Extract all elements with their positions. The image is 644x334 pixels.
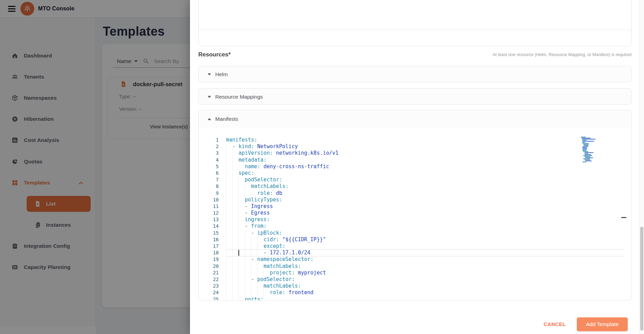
cancel-button[interactable]: CANCEL: [544, 322, 566, 327]
chevron-up-icon: [208, 118, 211, 120]
line-number: 24: [201, 289, 219, 296]
line-number: 23: [201, 283, 219, 289]
line-number: 3: [201, 150, 219, 156]
line-number: 2: [201, 143, 219, 150]
code-line[interactable]: 10 policyTypes:: [201, 197, 624, 203]
accordion-label: Helm: [215, 71, 228, 78]
line-number: 11: [201, 203, 219, 210]
add-template-button[interactable]: Add Template: [577, 317, 628, 331]
line-number: 9: [201, 190, 219, 197]
code-line[interactable]: 15 - ipBlock:: [201, 230, 624, 236]
code-line[interactable]: 1manifests:: [201, 137, 624, 143]
code-line[interactable]: 8 matchLabels:: [201, 183, 624, 190]
code-line[interactable]: 23 matchLabels:: [201, 283, 624, 289]
line-number: 20: [201, 263, 219, 270]
form-section-card: [198, 0, 632, 46]
code-line[interactable]: 11 - Ingress: [201, 203, 624, 210]
line-number: 8: [201, 183, 219, 190]
add-template-modal: Resources* At least one resource (Helm, …: [190, 0, 644, 334]
chevron-down-icon: [208, 96, 211, 98]
code-line[interactable]: 2 - kind: NetworkPolicy: [201, 143, 624, 150]
editor-scrollbar-marker[interactable]: [621, 217, 626, 218]
code-line[interactable]: 22 - podSelector:: [201, 276, 624, 283]
resources-label: Resources*: [198, 51, 231, 58]
accordion-helm[interactable]: Helm: [198, 66, 632, 82]
code-line[interactable]: 17 except:: [201, 243, 624, 250]
page-scrollbar[interactable]: [639, 0, 644, 334]
manifest-code-editor[interactable]: 1manifests:2 - kind: NetworkPolicy3 apiV…: [199, 128, 631, 300]
resources-hint: At least one resource (Helm, Resource Ma…: [492, 52, 632, 57]
form-divider: [199, 30, 631, 30]
resources-row: Resources* At least one resource (Helm, …: [198, 51, 632, 58]
line-number: 18: [201, 250, 219, 256]
accordion-label: Resource Mappings: [215, 94, 263, 100]
code-line[interactable]: 13 ingress:: [201, 216, 624, 223]
accordion-label: Manifests: [215, 116, 238, 122]
line-number: 25: [201, 296, 219, 300]
code-line[interactable]: 3 apiVersion: networking.k8s.io/v1: [201, 150, 624, 156]
line-number: 5: [201, 163, 219, 170]
line-number: 7: [201, 177, 219, 183]
line-number: 22: [201, 276, 219, 283]
code-line[interactable]: 20 matchLabels:: [201, 263, 624, 270]
line-number: 13: [201, 216, 219, 223]
code-line[interactable]: 5 name: deny-cross-ns-traffic: [201, 163, 624, 170]
line-number: 10: [201, 197, 219, 203]
line-number: 17: [201, 243, 219, 250]
line-number: 1: [201, 137, 219, 143]
accordion-resource-mappings[interactable]: Resource Mappings: [198, 88, 632, 105]
scrollbar-thumb[interactable]: [640, 227, 643, 331]
line-number: 6: [201, 170, 219, 177]
line-number: 12: [201, 210, 219, 216]
code-line[interactable]: 12 - Egress: [201, 210, 624, 216]
code-line[interactable]: 9 role: db: [201, 190, 624, 197]
accordion-manifests: Manifests 1manifests:2 - kind: NetworkPo…: [198, 110, 632, 300]
code-line[interactable]: 7 podSelector:: [201, 177, 624, 183]
line-number: 4: [201, 157, 219, 163]
line-number: 21: [201, 270, 219, 276]
code-line[interactable]: 19 - namespaceSelector:: [201, 256, 624, 263]
code-line[interactable]: 4 metadata:: [201, 157, 624, 163]
modal-footer: CANCEL Add Template: [544, 317, 628, 331]
code-line[interactable]: 14 - from:: [201, 223, 624, 229]
code-line[interactable]: 25 ports:: [201, 296, 624, 300]
accordion-manifests-header[interactable]: Manifests: [199, 110, 631, 128]
line-number: 15: [201, 230, 219, 236]
code-line[interactable]: 6 spec:: [201, 170, 624, 177]
code-line[interactable]: 21 project: myproject: [201, 270, 624, 276]
code-line[interactable]: 16 cidr: "${{CIDR_IP}}": [201, 236, 624, 243]
line-number: 14: [201, 223, 219, 229]
code-line[interactable]: 24 role: frontend: [201, 289, 624, 296]
editor-minimap[interactable]: [581, 137, 598, 163]
line-number: 16: [201, 236, 219, 243]
text-cursor: [238, 250, 239, 256]
code-line[interactable]: 18 - 172.17.1.0/24: [201, 250, 624, 256]
chevron-down-icon: [208, 73, 211, 75]
line-number: 19: [201, 256, 219, 263]
